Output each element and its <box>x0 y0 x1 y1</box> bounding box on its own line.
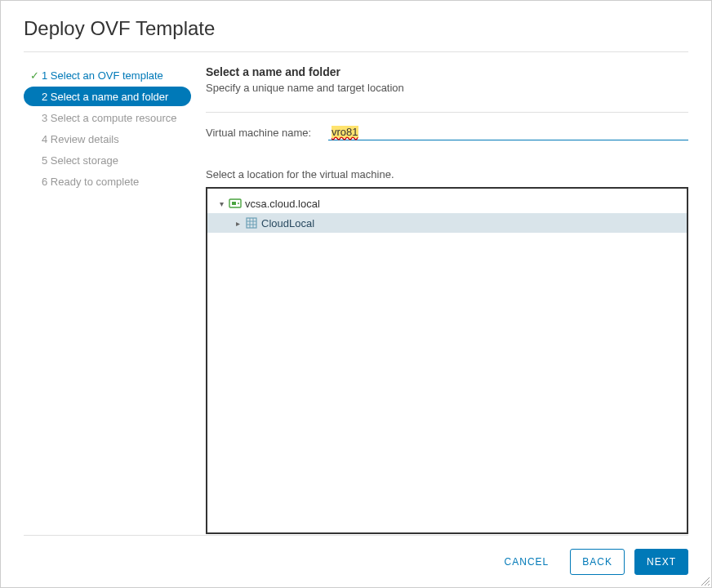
wizard-content: Select a name and folder Specify a uniqu… <box>191 52 688 522</box>
section-title: Select a name and folder <box>206 65 688 78</box>
step-select-name-folder[interactable]: 2 Select a name and folder <box>24 87 191 106</box>
step-select-compute-resource[interactable]: 3 Select a compute resource <box>24 108 191 127</box>
svg-rect-1 <box>232 202 236 205</box>
ovf-deploy-dialog: Deploy OVF Template ✓ 1 Select an OVF te… <box>0 0 712 588</box>
vm-name-input[interactable]: vro81 <box>328 124 688 140</box>
step-label: 2 Select a name and folder <box>42 91 168 103</box>
step-select-storage[interactable]: 5 Select storage <box>24 150 191 170</box>
vcenter-icon <box>229 197 242 210</box>
svg-line-10 <box>708 584 710 586</box>
tree-node-datacenter[interactable]: ▸ CloudLocal <box>207 213 687 233</box>
divider <box>206 112 688 113</box>
svg-rect-3 <box>247 218 256 228</box>
step-ready-to-complete[interactable]: 6 Ready to complete <box>24 172 191 191</box>
datacenter-icon <box>245 216 258 229</box>
vm-name-row: Virtual machine name: vro81 <box>206 124 688 140</box>
twisty-open-icon[interactable]: ▾ <box>216 199 227 208</box>
location-label: Select a location for the virtual machin… <box>206 168 688 180</box>
twisty-closed-icon[interactable]: ▸ <box>232 219 243 228</box>
vm-name-value: vro81 <box>332 126 358 138</box>
back-button[interactable]: BACK <box>570 549 625 575</box>
vm-name-label: Virtual machine name: <box>206 127 328 140</box>
dialog-footer: CANCEL BACK NEXT <box>24 535 688 587</box>
tree-node-label: vcsa.cloud.local <box>245 198 320 210</box>
dialog-title: Deploy OVF Template <box>24 17 688 40</box>
step-review-details[interactable]: 4 Review details <box>24 129 191 149</box>
svg-point-2 <box>238 203 239 204</box>
tree-node-vcenter[interactable]: ▾ vcsa.cloud.local <box>207 194 687 213</box>
step-label: 6 Ready to complete <box>42 176 139 188</box>
dialog-header: Deploy OVF Template <box>24 1 688 52</box>
next-button[interactable]: NEXT <box>634 549 688 575</box>
step-label: 4 Review details <box>42 133 119 145</box>
section-subtitle: Specify a unique name and target locatio… <box>206 82 688 94</box>
cancel-button[interactable]: CANCEL <box>493 549 561 575</box>
location-tree[interactable]: ▾ vcsa.cloud.local ▸ <box>206 187 688 534</box>
check-icon: ✓ <box>27 69 42 82</box>
step-label: 3 Select a compute resource <box>42 112 176 124</box>
tree-node-label: CloudLocal <box>261 217 314 229</box>
wizard-steps-sidebar: ✓ 1 Select an OVF template 2 Select a na… <box>24 52 191 522</box>
resize-handle-icon[interactable] <box>700 576 710 586</box>
step-select-ovf-template[interactable]: ✓ 1 Select an OVF template <box>24 65 191 85</box>
dialog-body: ✓ 1 Select an OVF template 2 Select a na… <box>1 52 711 522</box>
step-label: 5 Select storage <box>42 154 118 167</box>
step-label: 1 Select an OVF template <box>42 69 163 82</box>
